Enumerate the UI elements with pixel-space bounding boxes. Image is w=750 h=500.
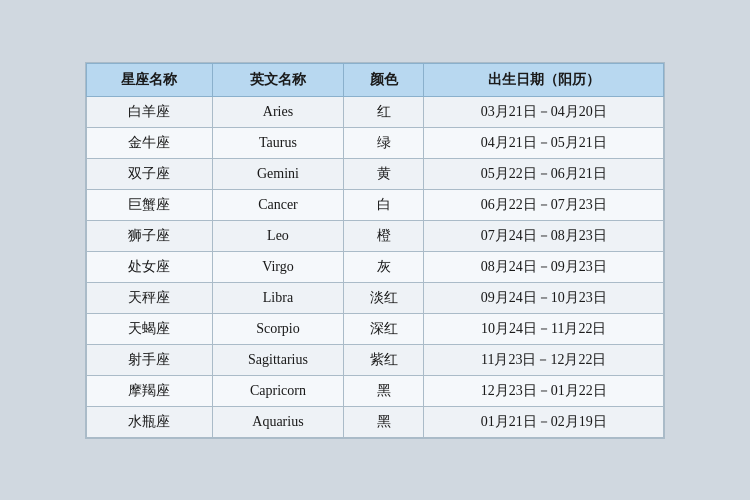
table-cell: Aquarius (212, 406, 344, 437)
table-cell: 05月22日－06月21日 (424, 158, 664, 189)
table-cell: 金牛座 (87, 127, 213, 158)
table-cell: 白 (344, 189, 424, 220)
table-cell: Capricorn (212, 375, 344, 406)
table-cell: Gemini (212, 158, 344, 189)
col-header-color: 颜色 (344, 63, 424, 96)
table-row: 白羊座Aries红03月21日－04月20日 (87, 96, 664, 127)
table-row: 狮子座Leo橙07月24日－08月23日 (87, 220, 664, 251)
table-cell: 04月21日－05月21日 (424, 127, 664, 158)
table-cell: Libra (212, 282, 344, 313)
zodiac-table-container: 星座名称 英文名称 颜色 出生日期（阳历） 白羊座Aries红03月21日－04… (85, 62, 665, 439)
table-cell: 灰 (344, 251, 424, 282)
table-cell: 狮子座 (87, 220, 213, 251)
table-row: 金牛座Taurus绿04月21日－05月21日 (87, 127, 664, 158)
table-cell: Virgo (212, 251, 344, 282)
table-row: 双子座Gemini黄05月22日－06月21日 (87, 158, 664, 189)
table-cell: 射手座 (87, 344, 213, 375)
table-row: 射手座Sagittarius紫红11月23日－12月22日 (87, 344, 664, 375)
table-cell: 天蝎座 (87, 313, 213, 344)
table-cell: 01月21日－02月19日 (424, 406, 664, 437)
table-row: 巨蟹座Cancer白06月22日－07月23日 (87, 189, 664, 220)
table-cell: Sagittarius (212, 344, 344, 375)
table-cell: 12月23日－01月22日 (424, 375, 664, 406)
table-cell: 黑 (344, 375, 424, 406)
table-cell: 巨蟹座 (87, 189, 213, 220)
table-cell: 橙 (344, 220, 424, 251)
table-cell: 深红 (344, 313, 424, 344)
col-header-chinese-name: 星座名称 (87, 63, 213, 96)
table-cell: 水瓶座 (87, 406, 213, 437)
table-cell: Scorpio (212, 313, 344, 344)
table-cell: Leo (212, 220, 344, 251)
table-body: 白羊座Aries红03月21日－04月20日金牛座Taurus绿04月21日－0… (87, 96, 664, 437)
table-cell: 08月24日－09月23日 (424, 251, 664, 282)
table-cell: 处女座 (87, 251, 213, 282)
table-cell: 07月24日－08月23日 (424, 220, 664, 251)
table-cell: 10月24日－11月22日 (424, 313, 664, 344)
col-header-birthday: 出生日期（阳历） (424, 63, 664, 96)
table-cell: 白羊座 (87, 96, 213, 127)
zodiac-table: 星座名称 英文名称 颜色 出生日期（阳历） 白羊座Aries红03月21日－04… (86, 63, 664, 438)
table-cell: 紫红 (344, 344, 424, 375)
table-row: 水瓶座Aquarius黑01月21日－02月19日 (87, 406, 664, 437)
table-row: 处女座Virgo灰08月24日－09月23日 (87, 251, 664, 282)
table-cell: 天秤座 (87, 282, 213, 313)
table-cell: 03月21日－04月20日 (424, 96, 664, 127)
col-header-english-name: 英文名称 (212, 63, 344, 96)
table-row: 天秤座Libra淡红09月24日－10月23日 (87, 282, 664, 313)
table-cell: 绿 (344, 127, 424, 158)
table-cell: 09月24日－10月23日 (424, 282, 664, 313)
table-header-row: 星座名称 英文名称 颜色 出生日期（阳历） (87, 63, 664, 96)
table-cell: 红 (344, 96, 424, 127)
table-cell: 06月22日－07月23日 (424, 189, 664, 220)
table-cell: 双子座 (87, 158, 213, 189)
table-cell: 11月23日－12月22日 (424, 344, 664, 375)
table-row: 摩羯座Capricorn黑12月23日－01月22日 (87, 375, 664, 406)
table-cell: 淡红 (344, 282, 424, 313)
table-row: 天蝎座Scorpio深红10月24日－11月22日 (87, 313, 664, 344)
table-cell: Cancer (212, 189, 344, 220)
table-cell: Aries (212, 96, 344, 127)
table-cell: 摩羯座 (87, 375, 213, 406)
table-cell: 黑 (344, 406, 424, 437)
table-cell: Taurus (212, 127, 344, 158)
table-cell: 黄 (344, 158, 424, 189)
